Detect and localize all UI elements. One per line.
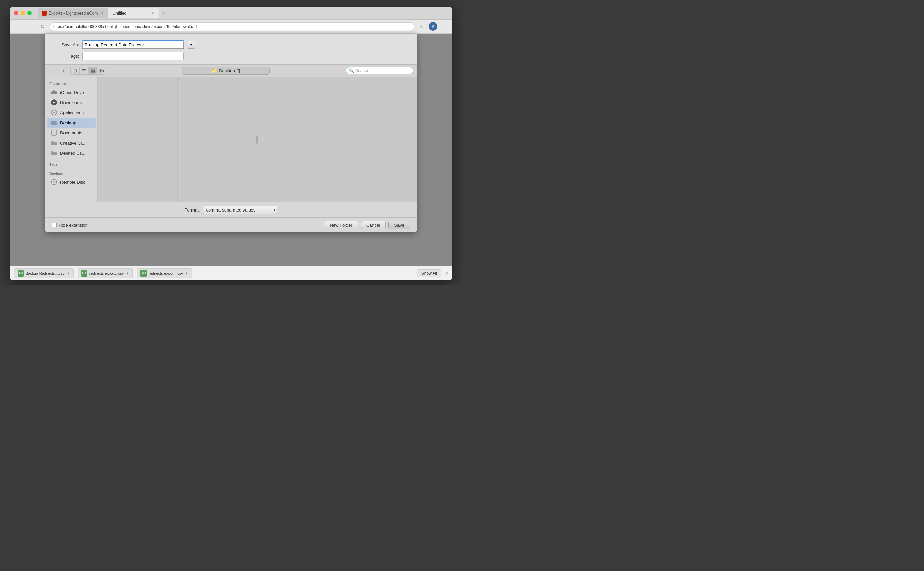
sidebar-item-label-documents: Documents [60,130,82,136]
location-label: Desktop [219,68,235,73]
dialog-back-button[interactable]: ‹ [49,67,57,74]
browser-content: Save As: ▾ Tags: ‹ › ⊞ ☰ ▦ ⊞▾ [10,34,452,265]
sidebar-item-remote-disc[interactable]: Remote Disc [46,177,96,187]
sidebar-item-label-creative-cloud: Creative Cl... [60,140,85,146]
new-folder-button[interactable]: New Folder [324,221,358,229]
download-name-1: Backup Redirects....csv [26,271,65,275]
creative-cloud-folder-icon [51,140,57,146]
download-bar-close-button[interactable]: × [445,271,448,276]
cancel-button[interactable]: Cancel [361,221,386,229]
devices-section-label: Devices [45,170,97,177]
sidebar-item-label-icloud: iCloud Drive [60,90,84,95]
svg-rect-3 [51,120,54,122]
view-gallery-button[interactable]: ⊞▾ [97,67,106,74]
hide-extension-row: Hide extension [52,223,88,228]
format-label: Format: [185,207,200,213]
tab-close-untitled[interactable]: × [150,11,155,15]
view-list-button[interactable]: ☰ [79,67,88,74]
expand-button[interactable]: ▾ [187,40,195,49]
view-column-button[interactable]: ▦ [88,67,97,74]
filename-input[interactable] [82,40,184,49]
tab-bar: Exports - Lightspeed eCom × Untitled × + [38,8,448,18]
download-bar: XLS Backup Redirects....csv ▲ XLS redire… [10,265,452,281]
tab-label-untitled: Untitled [112,11,126,15]
browser-window: Exports - Lightspeed eCom × Untitled × +… [10,7,452,281]
tags-label: Tags: [55,54,79,59]
bookmark-button[interactable]: ☆ [417,22,427,31]
search-bar[interactable]: 🔍 Search [346,67,413,74]
sidebar-item-downloads[interactable]: Downloads [46,97,96,108]
refresh-button[interactable]: ↻ [37,22,47,31]
download-arrow-1: ▲ [66,271,70,275]
back-button[interactable]: ‹ [13,22,23,31]
icloud-icon [51,89,57,96]
add-tab-button[interactable]: + [159,9,168,18]
downloads-icon [51,99,57,106]
user-avatar[interactable]: K [428,22,437,31]
sidebar: Favorites iCloud Drive [45,77,98,202]
traffic-lights [14,11,32,15]
sidebar-item-desktop[interactable]: Desktop [46,117,96,128]
download-file-icon-3: XLS [140,270,146,277]
sidebar-item-label-downloads: Downloads [60,100,82,105]
svg-rect-4 [52,130,56,136]
search-icon: 🔍 [349,68,354,73]
tab-close-exports[interactable]: × [100,11,104,15]
dialog-main: Favorites iCloud Drive [45,77,417,202]
hide-extension-checkbox[interactable] [52,223,57,227]
search-placeholder: Search [355,68,368,73]
location-selector[interactable]: 📁 Desktop ⇅ [182,66,270,75]
tags-row: Tags: [55,52,407,60]
tab-label-exports: Exports - Lightspeed eCom [49,11,98,15]
svg-rect-7 [51,152,57,156]
nav-right-buttons: ☆ K ⋮ [417,22,449,31]
location-folder-icon: 📁 [211,68,217,73]
tab-exports[interactable]: Exports - Lightspeed eCom × [38,8,108,18]
column-pane-1 [98,77,178,202]
svg-rect-6 [51,141,53,142]
show-all-button[interactable]: Show All [417,269,441,278]
dialog-forward-button[interactable]: › [59,67,68,74]
menu-button[interactable]: ⋮ [439,22,449,31]
tags-input[interactable] [82,52,184,60]
close-button[interactable] [14,11,18,15]
download-arrow-2: ▲ [126,271,129,275]
tab-favicon-exports [42,11,46,15]
view-buttons: ⊞ ☰ ▦ ⊞▾ [70,66,106,75]
sidebar-item-label-remote-disc: Remote Disc [60,180,85,185]
hide-extension-label: Hide extension [59,223,88,228]
download-file-icon-2: XLS [82,270,88,277]
svg-rect-5 [51,142,57,145]
sidebar-item-documents[interactable]: Documents [46,128,96,138]
sidebar-item-icloud-drive[interactable]: iCloud Drive [46,87,96,97]
address-bar[interactable]: https://bien-habillie-606338.shoplightsp… [50,22,414,31]
sidebar-item-label-deleted-users: Deleted Us... [60,151,85,156]
save-dialog: Save As: ▾ Tags: ‹ › ⊞ ☰ ▦ ⊞▾ [45,34,417,233]
format-select[interactable]: comma-separated values tab-separated val… [203,206,277,214]
download-item-1[interactable]: XLS Backup Redirects....csv ▲ [14,268,74,278]
download-file-icon-1: XLS [18,270,24,277]
maximize-button[interactable] [27,11,32,15]
view-icon-button[interactable]: ⊞ [71,67,79,74]
forward-button[interactable]: › [25,22,35,31]
remote-disc-icon [51,179,57,185]
download-name-2: redirects-expor....csv [89,271,123,275]
sidebar-item-applications[interactable]: Applications [46,108,96,117]
address-text: https://bien-habillie-606338.shoplightsp… [53,24,197,29]
save-button[interactable]: Save [388,221,410,229]
column-pane-4 [337,77,417,202]
footer-buttons: New Folder Cancel Save [324,221,410,229]
deleted-users-folder-icon [51,150,57,156]
sidebar-item-deleted-users[interactable]: Deleted Us... [46,148,96,158]
download-arrow-3: ▲ [185,271,188,275]
download-item-3[interactable]: XLS redirects-expor....csv ▲ [137,268,192,278]
title-bar: Exports - Lightspeed eCom × Untitled × + [10,7,452,20]
minimize-button[interactable] [21,11,25,15]
sidebar-item-creative-cloud[interactable]: Creative Cl... [46,138,96,148]
download-name-3: redirects-expor....csv [149,271,183,275]
column-resizer-1[interactable] [256,136,258,144]
tab-untitled[interactable]: Untitled × [108,8,159,18]
tags-section-label: Tags [45,161,97,168]
download-item-2[interactable]: XLS redirects-expor....csv ▲ [78,268,133,278]
sidebar-item-label-applications: Applications [60,110,84,115]
